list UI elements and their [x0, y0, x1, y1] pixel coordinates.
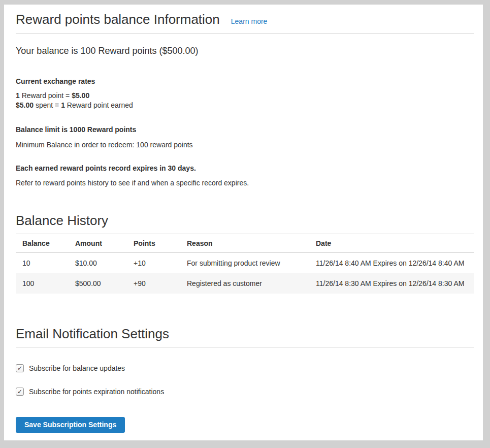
column-header-reason: Reason — [180, 234, 309, 253]
balance-history-table: Balance Amount Points Reason Date 10 $10… — [16, 234, 474, 294]
expiration-notifications-label: Subscribe for points expiration notifica… — [29, 388, 164, 396]
table-row: 100 $500.00 +90 Registered as customer 1… — [16, 273, 474, 294]
expiration-rule-text: Each earned reward points record expires… — [16, 164, 474, 173]
page-header: Reward points balance Information Learn … — [16, 12, 474, 27]
cell-reason: Registered as customer — [180, 273, 309, 294]
cell-points: +10 — [127, 253, 180, 274]
rate-middle-text: Reward point = — [20, 91, 72, 100]
cell-amount: $500.00 — [69, 273, 127, 294]
rate-points-bold: 1 — [16, 91, 20, 100]
expiration-notifications-checkbox[interactable]: ✓ — [16, 388, 24, 396]
learn-more-link[interactable]: Learn more — [231, 17, 268, 25]
spend-middle-text: spent = — [34, 101, 61, 109]
spend-points-bold: 1 — [61, 101, 65, 109]
exchange-rates-heading: Current exchange rates — [16, 77, 474, 86]
spend-value-bold: $5.00 — [16, 101, 34, 109]
page-background: Reward points balance Information Learn … — [0, 0, 490, 448]
subscribe-expiration-notifications-row[interactable]: ✓ Subscribe for points expiration notifi… — [16, 388, 474, 396]
email-notification-title: Email Notification Settings — [16, 326, 474, 342]
table-header-row: Balance Amount Points Reason Date — [16, 234, 474, 253]
exchange-rate-point-to-currency: 1 Reward point = $5.00 — [16, 91, 89, 100]
notification-divider — [16, 347, 474, 347]
exchange-rate-currency-to-point: $5.00 spent = 1 Reward point earned — [16, 101, 133, 109]
table-row: 10 $10.00 +10 For submitting product rev… — [16, 253, 474, 274]
rate-value-bold: $5.00 — [72, 91, 89, 100]
column-header-points: Points — [127, 234, 180, 253]
subscribe-balance-updates-row[interactable]: ✓ Subscribe for balance updates — [16, 364, 474, 372]
cell-points: +90 — [127, 273, 180, 294]
balance-summary: Your balance is 100 Reward points ($500.… — [16, 45, 474, 57]
balance-limit-text: Balance limit is 1000 Reward points — [16, 125, 474, 135]
exchange-rates-lines: 1 Reward point = $5.00 $5.00 spent = 1 R… — [16, 91, 474, 110]
cell-amount: $10.00 — [69, 253, 127, 274]
balance-updates-label: Subscribe for balance updates — [29, 364, 125, 372]
column-header-date: Date — [309, 234, 474, 253]
column-header-balance: Balance — [16, 234, 69, 253]
balance-updates-checkbox[interactable]: ✓ — [16, 364, 24, 372]
spend-suffix-text: Reward point earned — [65, 101, 133, 109]
cell-balance: 10 — [16, 253, 69, 274]
cell-reason: For submitting product review — [180, 253, 309, 274]
cell-date: 11/26/14 8:30 AM Expires on 12/26/14 8:3… — [309, 273, 474, 294]
cell-date: 11/26/14 8:40 AM Expires on 12/26/14 8:4… — [309, 253, 474, 274]
cell-balance: 100 — [16, 273, 69, 294]
header-divider — [16, 34, 474, 34]
column-header-amount: Amount — [69, 234, 127, 253]
reward-points-panel: Reward points balance Information Learn … — [4, 5, 483, 440]
balance-history-title: Balance History — [16, 213, 474, 229]
save-subscription-settings-button[interactable]: Save Subscription Settings — [16, 417, 125, 433]
expiration-note-text: Refer to reward points history to see if… — [16, 178, 474, 188]
minimum-redeem-text: Minimum Balance in order to redeem: 100 … — [16, 140, 474, 150]
page-title: Reward points balance Information — [16, 12, 220, 27]
